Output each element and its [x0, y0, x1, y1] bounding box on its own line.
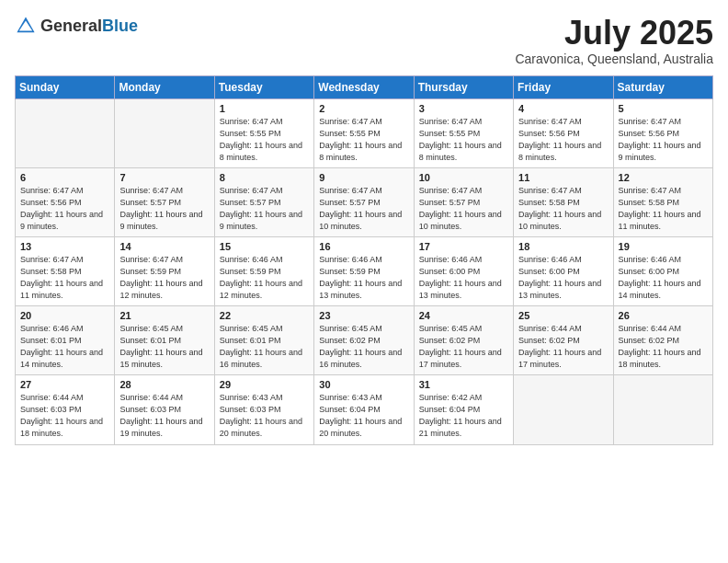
calendar-cell: 9Sunrise: 6:47 AM Sunset: 5:57 PM Daylig… [314, 167, 414, 236]
day-number: 15 [220, 241, 309, 252]
day-info: Sunrise: 6:45 AM Sunset: 6:01 PM Dayligh… [220, 323, 309, 371]
day-number: 29 [220, 379, 309, 390]
day-number: 26 [619, 310, 708, 321]
calendar-cell: 30Sunrise: 6:43 AM Sunset: 6:04 PM Dayli… [314, 375, 414, 444]
calendar-cell: 12Sunrise: 6:47 AM Sunset: 5:58 PM Dayli… [613, 167, 712, 236]
calendar-cell: 21Sunrise: 6:45 AM Sunset: 6:01 PM Dayli… [115, 306, 214, 375]
day-number: 11 [518, 172, 608, 183]
calendar-cell: 22Sunrise: 6:45 AM Sunset: 6:01 PM Dayli… [214, 306, 313, 375]
day-number: 6 [20, 172, 109, 183]
day-number: 30 [319, 379, 408, 390]
day-info: Sunrise: 6:47 AM Sunset: 5:57 PM Dayligh… [119, 185, 209, 233]
day-info: Sunrise: 6:47 AM Sunset: 5:57 PM Dayligh… [419, 185, 508, 233]
day-info: Sunrise: 6:47 AM Sunset: 5:58 PM Dayligh… [518, 185, 608, 233]
weekday-header-row: SundayMondayTuesdayWednesdayThursdayFrid… [16, 75, 713, 98]
day-number: 25 [518, 310, 608, 321]
calendar-cell: 24Sunrise: 6:45 AM Sunset: 6:02 PM Dayli… [414, 306, 513, 375]
day-info: Sunrise: 6:45 AM Sunset: 6:02 PM Dayligh… [319, 323, 408, 371]
calendar-cell: 27Sunrise: 6:44 AM Sunset: 6:03 PM Dayli… [16, 375, 115, 444]
calendar-cell: 8Sunrise: 6:47 AM Sunset: 5:57 PM Daylig… [214, 167, 313, 236]
calendar-table: SundayMondayTuesdayWednesdayThursdayFrid… [15, 75, 713, 445]
day-number: 10 [419, 172, 508, 183]
calendar-cell: 16Sunrise: 6:46 AM Sunset: 5:59 PM Dayli… [314, 236, 414, 305]
title-block: July 2025 Caravonica, Queensland, Austra… [515, 15, 713, 66]
day-number: 2 [319, 103, 408, 114]
week-row-5: 27Sunrise: 6:44 AM Sunset: 6:03 PM Dayli… [16, 375, 713, 444]
weekday-header-friday: Friday [514, 75, 613, 98]
day-info: Sunrise: 6:47 AM Sunset: 5:55 PM Dayligh… [319, 116, 408, 164]
day-number: 19 [619, 241, 708, 252]
week-row-1: 1Sunrise: 6:47 AM Sunset: 5:55 PM Daylig… [16, 98, 713, 167]
calendar-cell: 1Sunrise: 6:47 AM Sunset: 5:55 PM Daylig… [214, 98, 313, 167]
month-title: July 2025 [515, 15, 713, 52]
day-number: 24 [419, 310, 508, 321]
day-number: 1 [220, 103, 309, 114]
day-info: Sunrise: 6:47 AM Sunset: 5:57 PM Dayligh… [319, 185, 408, 233]
day-info: Sunrise: 6:44 AM Sunset: 6:03 PM Dayligh… [20, 392, 109, 440]
calendar-cell: 15Sunrise: 6:46 AM Sunset: 5:59 PM Dayli… [214, 236, 313, 305]
logo-text-blue: Blue [102, 17, 138, 35]
day-info: Sunrise: 6:47 AM Sunset: 5:56 PM Dayligh… [20, 185, 109, 233]
day-info: Sunrise: 6:46 AM Sunset: 6:00 PM Dayligh… [619, 254, 708, 302]
calendar-cell: 3Sunrise: 6:47 AM Sunset: 5:55 PM Daylig… [414, 98, 513, 167]
calendar-cell: 5Sunrise: 6:47 AM Sunset: 5:56 PM Daylig… [613, 98, 712, 167]
day-info: Sunrise: 6:47 AM Sunset: 5:57 PM Dayligh… [220, 185, 309, 233]
calendar-cell [115, 98, 214, 167]
weekday-header-tuesday: Tuesday [214, 75, 313, 98]
day-number: 5 [619, 103, 708, 114]
day-info: Sunrise: 6:47 AM Sunset: 5:58 PM Dayligh… [619, 185, 708, 233]
calendar-cell [613, 375, 712, 444]
day-number: 23 [319, 310, 408, 321]
calendar-cell [514, 375, 613, 444]
week-row-3: 13Sunrise: 6:47 AM Sunset: 5:58 PM Dayli… [16, 236, 713, 305]
weekday-header-wednesday: Wednesday [314, 75, 414, 98]
calendar-cell: 20Sunrise: 6:46 AM Sunset: 6:01 PM Dayli… [16, 306, 115, 375]
day-number: 27 [20, 379, 109, 390]
weekday-header-saturday: Saturday [613, 75, 712, 98]
day-info: Sunrise: 6:43 AM Sunset: 6:03 PM Dayligh… [220, 392, 309, 440]
day-info: Sunrise: 6:44 AM Sunset: 6:02 PM Dayligh… [619, 323, 708, 371]
day-number: 20 [20, 310, 109, 321]
page-header: GeneralBlue July 2025 Caravonica, Queens… [15, 15, 713, 66]
calendar-cell: 31Sunrise: 6:42 AM Sunset: 6:04 PM Dayli… [414, 375, 513, 444]
day-number: 7 [119, 172, 209, 183]
location-title: Caravonica, Queensland, Australia [515, 52, 713, 66]
day-info: Sunrise: 6:46 AM Sunset: 5:59 PM Dayligh… [319, 254, 408, 302]
day-number: 13 [20, 241, 109, 252]
calendar-cell: 2Sunrise: 6:47 AM Sunset: 5:55 PM Daylig… [314, 98, 414, 167]
calendar-cell: 6Sunrise: 6:47 AM Sunset: 5:56 PM Daylig… [16, 167, 115, 236]
day-number: 21 [119, 310, 209, 321]
week-row-2: 6Sunrise: 6:47 AM Sunset: 5:56 PM Daylig… [16, 167, 713, 236]
calendar-cell: 13Sunrise: 6:47 AM Sunset: 5:58 PM Dayli… [16, 236, 115, 305]
day-info: Sunrise: 6:46 AM Sunset: 6:01 PM Dayligh… [20, 323, 109, 371]
logo-text-general: General [40, 17, 102, 35]
day-info: Sunrise: 6:47 AM Sunset: 5:56 PM Dayligh… [619, 116, 708, 164]
calendar-cell: 28Sunrise: 6:44 AM Sunset: 6:03 PM Dayli… [115, 375, 214, 444]
calendar-cell: 4Sunrise: 6:47 AM Sunset: 5:56 PM Daylig… [514, 98, 613, 167]
day-info: Sunrise: 6:46 AM Sunset: 5:59 PM Dayligh… [220, 254, 309, 302]
day-info: Sunrise: 6:47 AM Sunset: 5:59 PM Dayligh… [119, 254, 209, 302]
weekday-header-sunday: Sunday [16, 75, 115, 98]
calendar-cell: 17Sunrise: 6:46 AM Sunset: 6:00 PM Dayli… [414, 236, 513, 305]
day-number: 9 [319, 172, 408, 183]
day-info: Sunrise: 6:46 AM Sunset: 6:00 PM Dayligh… [518, 254, 608, 302]
day-number: 22 [220, 310, 309, 321]
day-info: Sunrise: 6:46 AM Sunset: 6:00 PM Dayligh… [419, 254, 508, 302]
day-number: 4 [518, 103, 608, 114]
day-number: 8 [220, 172, 309, 183]
day-info: Sunrise: 6:42 AM Sunset: 6:04 PM Dayligh… [419, 392, 508, 440]
weekday-header-thursday: Thursday [414, 75, 513, 98]
day-number: 28 [119, 379, 209, 390]
day-info: Sunrise: 6:45 AM Sunset: 6:02 PM Dayligh… [419, 323, 508, 371]
calendar-cell: 19Sunrise: 6:46 AM Sunset: 6:00 PM Dayli… [613, 236, 712, 305]
day-info: Sunrise: 6:44 AM Sunset: 6:02 PM Dayligh… [518, 323, 608, 371]
calendar-cell: 26Sunrise: 6:44 AM Sunset: 6:02 PM Dayli… [613, 306, 712, 375]
day-info: Sunrise: 6:47 AM Sunset: 5:55 PM Dayligh… [220, 116, 309, 164]
logo-icon [15, 15, 37, 37]
day-number: 12 [619, 172, 708, 183]
logo: GeneralBlue [15, 15, 138, 37]
day-info: Sunrise: 6:43 AM Sunset: 6:04 PM Dayligh… [319, 392, 408, 440]
calendar-cell: 23Sunrise: 6:45 AM Sunset: 6:02 PM Dayli… [314, 306, 414, 375]
day-info: Sunrise: 6:47 AM Sunset: 5:58 PM Dayligh… [20, 254, 109, 302]
day-info: Sunrise: 6:45 AM Sunset: 6:01 PM Dayligh… [119, 323, 209, 371]
